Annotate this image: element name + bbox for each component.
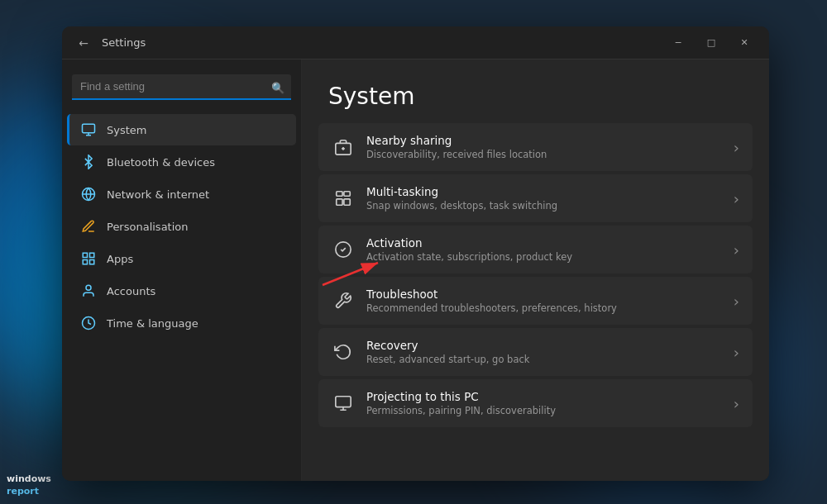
search-container: 🔍	[72, 74, 291, 100]
svg-rect-5	[90, 260, 94, 264]
activation-chevron: ›	[734, 241, 739, 259]
watermark-line2: report	[7, 486, 51, 497]
svg-point-6	[86, 285, 91, 290]
sidebar-item-label-apps: Apps	[107, 253, 133, 265]
troubleshoot-chevron: ›	[734, 292, 739, 310]
sidebar-item-label-system: System	[107, 124, 146, 136]
page-title: System	[328, 83, 743, 110]
multi-tasking-title: Multi-tasking	[366, 185, 722, 198]
back-button[interactable]: ←	[72, 31, 95, 55]
svg-rect-11	[337, 192, 342, 197]
nearby-sharing-icon	[332, 136, 355, 159]
settings-item-nearby-sharing[interactable]: Nearby sharingDiscoverability, received …	[318, 123, 753, 171]
sidebar-item-apps[interactable]: Apps	[67, 243, 296, 274]
projecting-text: Projecting to this PCPermissions, pairin…	[366, 390, 722, 416]
main-content: System Nearby sharingDiscoverability, re…	[302, 59, 769, 481]
time-icon	[80, 315, 97, 331]
recovery-icon	[332, 340, 355, 364]
multi-tasking-description: Snap windows, desktops, task switching	[366, 200, 722, 212]
bluetooth-icon	[80, 154, 97, 170]
sidebar-item-label-personalisation: Personalisation	[107, 221, 189, 233]
watermark: windows report	[7, 473, 51, 497]
settings-list: Nearby sharingDiscoverability, received …	[302, 123, 769, 444]
sidebar-item-label-time: Time & language	[107, 317, 198, 330]
projecting-icon	[332, 392, 355, 415]
settings-item-troubleshoot[interactable]: TroubleshootRecommended troubleshooters,…	[318, 277, 753, 325]
sidebar-item-accounts[interactable]: Accounts	[67, 275, 296, 307]
sidebar-item-label-bluetooth: Bluetooth & devices	[107, 156, 215, 169]
settings-item-recovery[interactable]: RecoveryReset, advanced start-up, go bac…	[318, 328, 753, 376]
projecting-chevron: ›	[734, 395, 739, 412]
nearby-sharing-title: Nearby sharing	[366, 134, 722, 147]
activation-description: Activation state, subscriptions, product…	[366, 251, 722, 263]
maximize-button[interactable]: □	[696, 31, 726, 55]
nearby-sharing-description: Discoverability, received files location	[366, 149, 722, 160]
search-input[interactable]	[72, 74, 291, 100]
svg-rect-16	[336, 397, 351, 407]
activation-title: Activation	[366, 236, 722, 250]
sidebar-item-network[interactable]: Network & internet	[67, 178, 296, 210]
sidebar-item-label-network: Network & internet	[107, 188, 209, 201]
settings-window: ← Settings − □ ✕ 🔍 SystemBluetooth & dev	[62, 26, 769, 481]
activation-icon	[332, 238, 355, 261]
recovery-chevron: ›	[734, 344, 739, 361]
window-controls: − □ ✕	[663, 31, 759, 55]
sidebar-item-time[interactable]: Time & language	[67, 307, 296, 339]
personalisation-icon	[80, 218, 97, 235]
main-header: System	[302, 59, 769, 123]
settings-item-multi-tasking[interactable]: Multi-taskingSnap windows, desktops, tas…	[318, 174, 753, 222]
nav-items: SystemBluetooth & devicesNetwork & inter…	[62, 113, 301, 340]
svg-rect-13	[337, 199, 342, 205]
troubleshoot-text: TroubleshootRecommended troubleshooters,…	[366, 288, 722, 314]
content-area: 🔍 SystemBluetooth & devicesNetwork & int…	[62, 59, 769, 481]
svg-rect-0	[83, 124, 95, 133]
watermark-line1: windows	[7, 473, 51, 485]
close-button[interactable]: ✕	[729, 31, 759, 55]
settings-item-projecting[interactable]: Projecting to this PCPermissions, pairin…	[318, 379, 753, 427]
projecting-description: Permissions, pairing PIN, discoverabilit…	[366, 405, 722, 416]
search-icon: 🔍	[271, 81, 284, 93]
sidebar-item-label-accounts: Accounts	[107, 285, 155, 297]
projecting-title: Projecting to this PC	[366, 390, 722, 403]
svg-rect-14	[344, 199, 350, 205]
recovery-title: Recovery	[366, 339, 722, 352]
network-icon	[80, 186, 97, 202]
title-bar: ← Settings − □ ✕	[62, 26, 769, 59]
troubleshoot-icon	[332, 289, 355, 312]
multi-tasking-text: Multi-taskingSnap windows, desktops, tas…	[366, 185, 722, 212]
sidebar-item-bluetooth[interactable]: Bluetooth & devices	[67, 146, 296, 178]
window-title: Settings	[102, 36, 663, 49]
troubleshoot-title: Troubleshoot	[366, 288, 722, 301]
sidebar-item-personalisation[interactable]: Personalisation	[67, 211, 296, 242]
minimize-button[interactable]: −	[663, 31, 693, 55]
accounts-icon	[80, 283, 97, 299]
svg-rect-3	[90, 253, 94, 257]
sidebar: 🔍 SystemBluetooth & devicesNetwork & int…	[62, 59, 302, 481]
settings-item-activation[interactable]: ActivationActivation state, subscription…	[318, 226, 753, 273]
multi-tasking-chevron: ›	[734, 190, 739, 207]
sidebar-item-system[interactable]: System	[67, 114, 296, 145]
troubleshoot-description: Recommended troubleshooters, preferences…	[366, 302, 722, 314]
svg-rect-2	[83, 253, 87, 257]
activation-text: ActivationActivation state, subscription…	[366, 236, 722, 263]
nearby-sharing-text: Nearby sharingDiscoverability, received …	[366, 134, 722, 160]
recovery-text: RecoveryReset, advanced start-up, go bac…	[366, 339, 722, 365]
nearby-sharing-chevron: ›	[734, 139, 739, 156]
recovery-description: Reset, advanced start-up, go back	[366, 354, 722, 365]
svg-rect-4	[83, 260, 87, 264]
svg-rect-12	[344, 192, 350, 197]
apps-icon	[80, 250, 97, 267]
system-icon	[80, 121, 97, 138]
multi-tasking-icon	[332, 187, 355, 210]
